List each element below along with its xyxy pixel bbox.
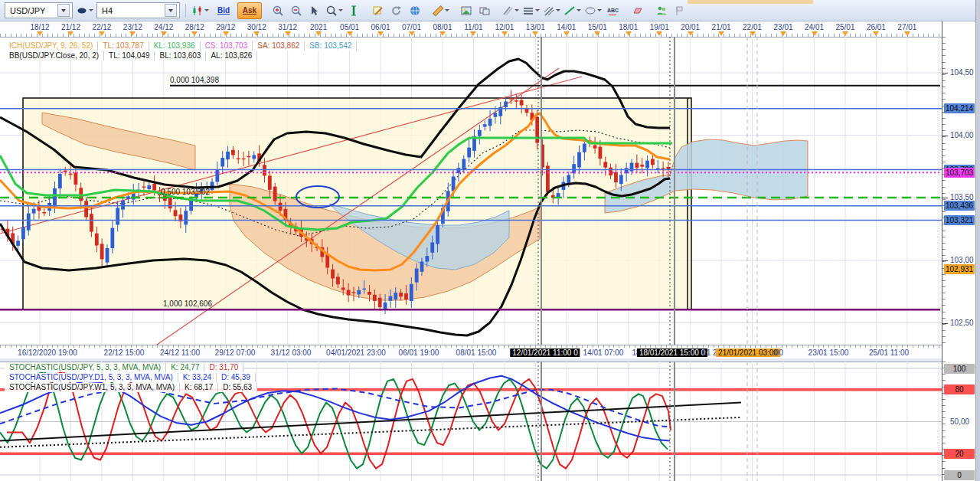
price-axis-tick <box>942 198 948 198</box>
top-axis-label: 23/01 <box>766 23 800 31</box>
price-badge: 104,214 <box>944 103 975 113</box>
symbol-select[interactable]: USD/JPY <box>5 2 73 18</box>
day-marker-icon <box>780 31 786 36</box>
day-marker-icon <box>904 31 910 36</box>
stochastic-row-cell: STOCHASTIC(USD/JPY.W1, 5, 3, 3, MVA, MVA… <box>5 383 180 392</box>
top-axis-label: 2021 <box>302 23 335 31</box>
day-marker-icon <box>315 31 322 36</box>
day-marker-icon <box>750 31 756 36</box>
top-axis-label: 19/01 <box>642 23 676 31</box>
day-marker-icon <box>223 31 229 36</box>
indicator-row: BB(USD/JPY.Close, 20, 2)TL: 104,049BL: 1… <box>5 51 357 61</box>
window-edge <box>975 0 980 481</box>
bid-button[interactable]: Bid <box>211 2 236 19</box>
pitchfork-icon <box>543 5 555 17</box>
top-axis-label: 18/01 <box>612 23 645 31</box>
price-axis-tick <box>942 136 948 136</box>
view-dropdown-arrow <box>89 9 93 11</box>
price-axis-minor-ticks <box>942 37 946 345</box>
day-marker-icon <box>718 31 724 36</box>
indicator-row-cell: AL: 103,826 <box>206 51 257 61</box>
stochastic-indicator-legend: STOCHASTIC(USD/JPY, 5, 3, 3, MVA, MVA)K:… <box>5 363 257 393</box>
stoch-level-badge: 0 <box>944 470 975 480</box>
text-icon: ABC <box>606 5 619 17</box>
chart-style-button[interactable] <box>191 2 210 19</box>
top-date-axis[interactable]: 18/1221/1222/1223/1224/1228/1229/1230/12… <box>0 21 942 38</box>
ellipse-button[interactable] <box>583 2 603 19</box>
day-marker-icon <box>532 31 538 36</box>
background-tab-strip <box>688 0 813 4</box>
pencils-button[interactable] <box>501 2 520 19</box>
main-chart-area[interactable]: 0,000 104,3980,500 103,5021,000 102,606 … <box>0 37 942 345</box>
main-chart-canvas[interactable]: 0,000 104,3980,500 103,5021,000 102,606 <box>0 37 942 345</box>
price-badge: 103,321 <box>944 215 975 225</box>
day-marker-icon <box>470 31 476 36</box>
bottom-axis-label: 25/01 11:00 <box>869 348 909 357</box>
hlines-icon <box>522 5 534 17</box>
ellipse-icon <box>584 5 596 17</box>
timeframe-select[interactable]: H4 <box>96 2 180 18</box>
trendline-button[interactable] <box>563 2 582 19</box>
ruler-button[interactable] <box>431 2 450 19</box>
price-axis[interactable]: 104,50104,00103,50103,00102,50104,214103… <box>942 21 976 481</box>
pin-button[interactable] <box>671 2 688 19</box>
chart-style-icon <box>191 5 204 17</box>
cursor-button[interactable] <box>306 2 323 19</box>
symbol-dropdown-arrow[interactable] <box>57 4 70 17</box>
bottom-axis-label: 08/01 15:00 <box>456 348 497 357</box>
text-button[interactable]: ABC <box>604 2 621 19</box>
marker-date-badge: 21/01/2021 03:00 <box>716 348 780 357</box>
svg-text:ABC: ABC <box>607 8 619 13</box>
stochastic-panel[interactable]: STOCHASTIC(USD/JPY, 5, 3, 3, MVA, MVA)K:… <box>0 362 942 481</box>
eraser-button[interactable] <box>629 2 645 19</box>
top-axis-label: 07/01 <box>395 23 429 31</box>
image-button[interactable] <box>458 2 475 19</box>
top-axis-label: 13/01 <box>518 23 552 31</box>
bottom-date-axis[interactable]: 16/12/2020 19:0022/12 15:0024/12 11:0029… <box>0 345 942 359</box>
indicator-row-cell: BB(USD/JPY.Close, 20, 2) <box>5 51 104 61</box>
bid-label: Bid <box>217 6 230 15</box>
top-axis-label: 26/01 <box>859 23 893 31</box>
day-marker-icon <box>594 31 600 36</box>
zoom-in-icon <box>272 5 284 17</box>
windows-button[interactable] <box>476 2 493 19</box>
annotation-button[interactable] <box>370 2 387 19</box>
vertical-cursor-button[interactable] <box>345 2 362 19</box>
top-axis-label: 24/12 <box>147 23 181 31</box>
day-marker-icon <box>377 31 384 36</box>
day-marker-icon <box>501 31 508 36</box>
ask-label: Ask <box>243 6 256 15</box>
image-icon <box>460 5 472 17</box>
globe-button[interactable] <box>407 2 423 19</box>
top-axis-label: 14/01 <box>550 23 583 31</box>
pitchfork-button[interactable] <box>542 2 561 19</box>
top-axis-label: 11/01 <box>456 23 490 31</box>
bottom-axis-label: 23/01 15:00 <box>808 348 849 357</box>
bottom-axis-ticks <box>0 345 942 348</box>
top-axis-label: 31/12 <box>271 23 305 31</box>
hlines-button[interactable] <box>521 2 541 19</box>
stoch-level-badge: 100 <box>944 364 975 374</box>
cursor-icon <box>309 5 321 17</box>
stoch-level-badge: 20 <box>944 449 975 459</box>
bottom-axis-label: 31/12 03:00 <box>271 348 312 357</box>
stoch-level-badge: 80 <box>944 384 975 394</box>
top-axis-label: 21/12 <box>54 23 87 31</box>
day-marker-icon <box>191 31 198 36</box>
magnifier-button[interactable] <box>325 2 344 19</box>
timeframe-dropdown-arrow[interactable] <box>165 4 177 17</box>
indicator-row-cell: BL: 103,603 <box>155 51 206 61</box>
main-indicator-legend: ICH(USD/JPY, 9, 26, 52)TL: 103,787KL: 10… <box>5 41 357 61</box>
top-axis-label: 15/01 <box>580 23 614 31</box>
price-axis-tick <box>942 73 948 74</box>
symbol-value: USD/JPY <box>10 6 53 15</box>
price-badge: 103,703 <box>944 168 975 178</box>
refresh-button[interactable] <box>388 2 405 19</box>
zoom-out-button[interactable] <box>288 2 305 19</box>
objects-button[interactable] <box>653 2 670 19</box>
zoom-in-button[interactable] <box>270 2 286 19</box>
view-button[interactable] <box>75 2 94 19</box>
day-marker-icon <box>347 31 353 36</box>
ask-button[interactable]: Ask <box>237 2 262 19</box>
price-axis-tick <box>942 323 948 324</box>
